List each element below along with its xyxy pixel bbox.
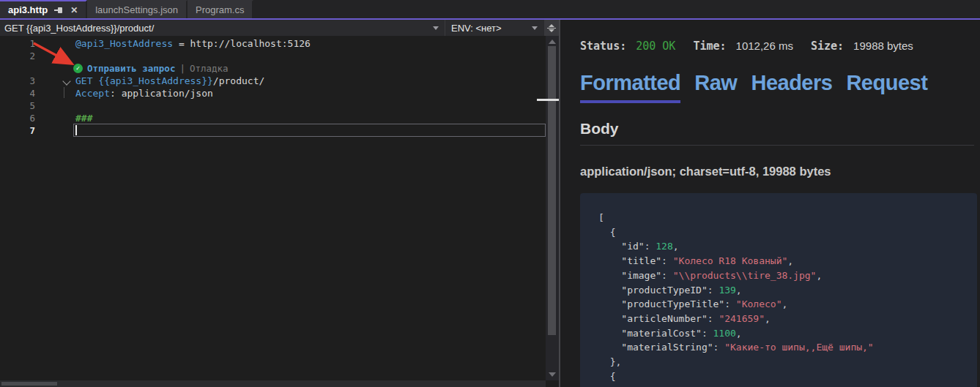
json-token: : (661, 255, 673, 266)
fold-column (41, 87, 75, 99)
response-tab-formatted[interactable]: Formatted (580, 71, 680, 103)
scroll-up-arrow-icon[interactable] (549, 40, 556, 44)
code-token: : (110, 88, 122, 99)
close-icon[interactable]: ✕ (70, 6, 78, 15)
json-token: "Колесо" (736, 298, 782, 309)
json-token: , (736, 328, 742, 339)
json-token: "productTypeTitle" (598, 298, 724, 309)
code-token: http://localhost:5126 (190, 38, 311, 49)
split-editor-icon[interactable] (543, 20, 559, 36)
editor-lines: 1@api3_HostAddress = http://localhost:51… (0, 36, 559, 137)
chevron-down-icon[interactable] (532, 26, 538, 30)
codelens-row[interactable]: ✓Отправить запрос|Отладка (0, 62, 559, 75)
check-circle-icon: ✓ (73, 64, 83, 73)
response-tab-raw[interactable]: Raw (694, 71, 737, 103)
request-combo[interactable]: GET {{api3_HostAddress}}/product/ (0, 20, 445, 36)
vertical-scrollbar-thumb[interactable] (548, 46, 556, 335)
line-number: 2 (0, 50, 41, 61)
size-label: Size: (811, 40, 844, 53)
fold-column (41, 75, 75, 87)
fold-column (41, 37, 75, 50)
editor-line[interactable]: 5 (0, 99, 559, 112)
editor-line[interactable]: 1@api3_HostAddress = http://localhost:51… (0, 37, 559, 50)
horizontal-scrollbar[interactable] (0, 380, 546, 387)
environment-text: ENV: <нет> (451, 23, 527, 34)
send-request-link[interactable]: Отправить запрос (87, 63, 175, 74)
tab-bar: api3.http✕launchSettings.jsonProgram.cs (0, 0, 980, 18)
split-arrow-up (549, 24, 554, 27)
code-token: = (173, 38, 190, 49)
status-group: Status: 200 OK (580, 40, 675, 53)
json-line: }, (598, 355, 970, 369)
horizontal-scrollbar-thumb[interactable] (1, 382, 57, 386)
editor-line[interactable]: 4Accept: application/json (0, 87, 559, 99)
response-tabs: FormattedRawHeadersRequest (580, 71, 980, 103)
json-token: 128 (656, 241, 672, 252)
scroll-down-arrow-icon[interactable] (549, 372, 556, 377)
fold-column (41, 50, 75, 62)
tab-label: Program.cs (196, 4, 244, 15)
json-token: : (708, 285, 719, 296)
json-token: : (645, 241, 656, 252)
code-token: ### (75, 113, 92, 124)
text-caret (75, 125, 77, 135)
size-value: 19988 bytes (853, 40, 913, 52)
editor-line[interactable]: 6### (0, 112, 559, 124)
debug-request-link[interactable]: Отладка (190, 63, 229, 74)
json-response-body[interactable]: [ { "id": 128, "title": "Колесо R18 Кова… (580, 193, 977, 387)
editor-line[interactable]: 3GET {{api3_HostAddress}}/product/ (0, 75, 559, 87)
codelens-links: ✓Отправить запрос|Отладка (73, 63, 229, 74)
json-line: { (598, 225, 970, 240)
json-token: , (816, 270, 822, 281)
tab-program-cs[interactable]: Program.cs (188, 0, 253, 18)
current-line-highlight (73, 124, 546, 137)
code-editor[interactable]: 1@api3_HostAddress = http://localhost:51… (0, 36, 559, 387)
json-token: "241659" (719, 313, 765, 324)
size-group: Size: 19988 bytes (811, 40, 913, 53)
response-tab-request[interactable]: Request (846, 71, 927, 103)
json-token: "title" (598, 255, 661, 266)
json-token: }, (598, 356, 621, 367)
vertical-scrollbar[interactable] (546, 36, 559, 380)
json-line: "title": "Колесо R18 Кованый", (598, 254, 970, 268)
body-heading: Body (580, 120, 980, 138)
status-label: Status: (580, 40, 626, 53)
main-split: GET {{api3_HostAddress}}/product/ ENV: <… (0, 20, 980, 387)
json-token: "id" (598, 241, 645, 252)
time-group: Time: 1012,26 ms (693, 40, 793, 53)
code-token: /product/ (213, 75, 264, 86)
json-token: : (702, 328, 713, 339)
caret-position-marker (537, 99, 559, 101)
time-label: Time: (693, 40, 726, 53)
line-number: 6 (0, 113, 41, 124)
request-url-bar: GET {{api3_HostAddress}}/product/ ENV: <… (0, 20, 559, 36)
json-token: "articleNumber" (598, 313, 708, 324)
json-token: "Какие-то шипы,,Ещё шипы," (724, 342, 874, 353)
json-token: "image" (598, 270, 661, 281)
split-arrow-down (549, 29, 554, 32)
json-token: , (673, 241, 679, 252)
request-text: GET {{api3_HostAddress}}/product/ (4, 23, 433, 34)
line-number: 3 (0, 75, 41, 86)
json-token: "materialCost" (598, 328, 702, 339)
tab-api3-http[interactable]: api3.http✕ (0, 0, 87, 18)
fold-chevron-icon[interactable] (62, 77, 70, 85)
json-token: : (661, 270, 673, 281)
editor-line[interactable]: 2 (0, 50, 559, 62)
json-line: "productTypeID": 139, (598, 283, 970, 298)
fold-column (41, 124, 75, 137)
tab-launchsettings-json[interactable]: launchSettings.json (87, 0, 188, 18)
http-editor-pane: GET {{api3_HostAddress}}/product/ ENV: <… (0, 20, 559, 387)
json-line: "productTypeTitle": "Колесо", (598, 297, 970, 312)
response-tab-headers[interactable]: Headers (751, 71, 832, 103)
json-token: , (765, 313, 771, 324)
pin-icon[interactable] (54, 7, 64, 14)
line-number: 4 (0, 88, 41, 99)
tab-label: launchSettings.json (95, 4, 178, 15)
chevron-down-icon[interactable] (433, 26, 439, 30)
json-token: [ (598, 212, 604, 223)
line-number: 7 (0, 125, 41, 136)
environment-combo[interactable]: ENV: <нет> (445, 20, 543, 36)
tab-label: api3.http (8, 4, 48, 15)
json-line: "id": 128, (598, 239, 970, 254)
